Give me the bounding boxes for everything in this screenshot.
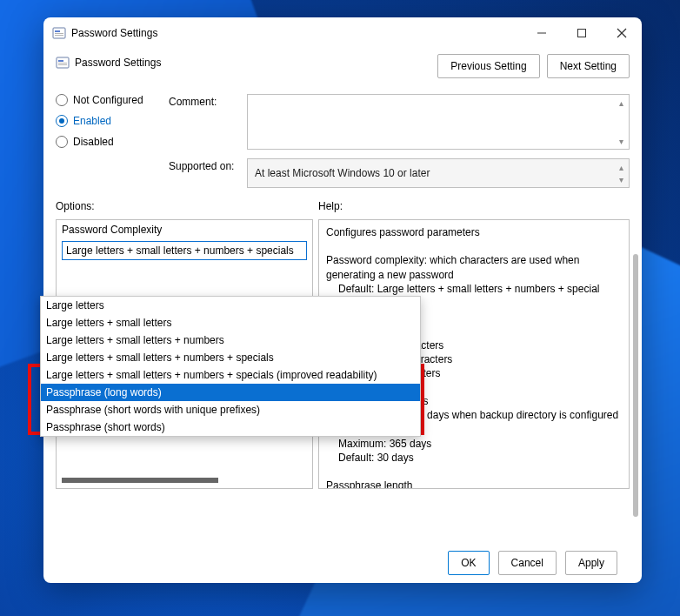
svg-rect-2 xyxy=(55,33,63,34)
scroll-down-icon[interactable]: ▾ xyxy=(615,135,627,147)
scroll-down-icon[interactable]: ▾ xyxy=(615,173,627,185)
svg-rect-3 xyxy=(55,35,63,36)
comment-label: Comment: xyxy=(169,94,247,108)
svg-rect-9 xyxy=(58,60,63,62)
help-text: Configures password parameters xyxy=(326,225,622,239)
policy-title: Password Settings xyxy=(75,57,161,69)
radio-label: Not Configured xyxy=(73,94,143,106)
subtitle-wrap: Password Settings xyxy=(56,54,161,70)
help-scrollbar[interactable] xyxy=(633,254,638,517)
comment-textbox[interactable]: ▴ ▾ xyxy=(247,94,630,150)
dropdown-item[interactable]: Passphrase (long words) xyxy=(41,384,420,401)
previous-setting-button[interactable]: Previous Setting xyxy=(437,54,539,78)
password-complexity-dropdown[interactable]: Large lettersLarge letters + small lette… xyxy=(40,296,421,437)
help-text: Password complexity: which characters ar… xyxy=(326,253,622,281)
app-icon xyxy=(52,26,66,40)
svg-rect-1 xyxy=(55,30,60,32)
next-setting-button[interactable]: Next Setting xyxy=(547,54,630,78)
scroll-up-icon[interactable]: ▴ xyxy=(615,97,627,109)
svg-rect-10 xyxy=(58,63,67,64)
supported-on-text: At least Microsoft Windows 10 or later ▴… xyxy=(247,158,630,188)
apply-button[interactable]: Apply xyxy=(565,551,617,575)
help-text: Default: 30 days xyxy=(326,451,622,465)
dropdown-item[interactable]: Large letters xyxy=(41,297,420,314)
radio-enabled[interactable]: Enabled xyxy=(56,115,169,127)
dropdown-item[interactable]: Passphrase (short words) xyxy=(41,418,420,436)
dropdown-item[interactable]: Passphrase (short words with unique pref… xyxy=(41,401,420,418)
radio-icon xyxy=(56,115,68,127)
title-bar: Password Settings xyxy=(43,17,642,49)
policy-icon xyxy=(56,56,70,70)
password-complexity-combo[interactable]: Large letters + small letters + numbers … xyxy=(62,241,307,260)
dropdown-item[interactable]: Large letters + small letters + numbers xyxy=(41,331,420,349)
help-text: Maximum: 365 days xyxy=(326,437,622,451)
scroll-up-icon[interactable]: ▴ xyxy=(615,161,627,173)
svg-rect-5 xyxy=(578,30,586,37)
option-title: Password Complexity xyxy=(62,224,307,236)
svg-rect-11 xyxy=(58,64,67,65)
radio-disabled[interactable]: Disabled xyxy=(56,136,169,148)
help-label: Help: xyxy=(318,200,630,212)
radio-icon xyxy=(56,94,68,106)
cancel-button[interactable]: Cancel xyxy=(498,551,557,575)
dropdown-item[interactable]: Large letters + small letters + numbers … xyxy=(41,366,420,384)
close-button[interactable] xyxy=(602,19,642,47)
window-title: Password Settings xyxy=(71,27,157,39)
dropdown-item[interactable]: Large letters + small letters + numbers … xyxy=(41,349,420,366)
horizontal-scrollbar[interactable] xyxy=(62,478,218,483)
ok-button[interactable]: OK xyxy=(448,551,489,575)
radio-label: Enabled xyxy=(73,115,111,127)
help-text: Passphrase length xyxy=(326,479,622,489)
supported-label: Supported on: xyxy=(169,158,247,172)
combo-value: Large letters + small letters + numbers … xyxy=(66,244,294,257)
footer: OK Cancel Apply xyxy=(56,543,630,583)
radio-icon xyxy=(56,136,68,148)
options-label: Options: xyxy=(56,200,318,212)
minimize-button[interactable] xyxy=(522,19,562,47)
maximize-button[interactable] xyxy=(562,19,602,47)
radio-label: Disabled xyxy=(73,136,114,148)
supported-value: At least Microsoft Windows 10 or later xyxy=(255,167,430,179)
radio-not-configured[interactable]: Not Configured xyxy=(56,94,169,106)
dropdown-item[interactable]: Large letters + small letters xyxy=(41,314,420,331)
